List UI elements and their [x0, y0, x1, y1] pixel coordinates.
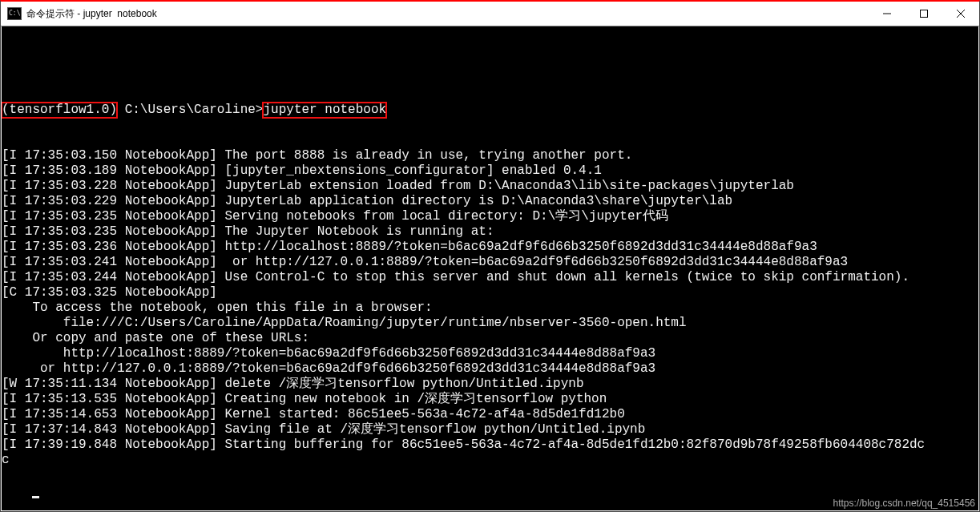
log-line: or http://127.0.0.1:8889/?token=b6ac69a2… — [2, 361, 978, 377]
log-line: [I 17:35:03.241 NotebookApp] or http://1… — [2, 255, 978, 270]
watermark: https://blog.csdn.net/qq_4515456 — [833, 498, 975, 509]
maximize-button[interactable] — [905, 2, 942, 26]
close-button[interactable] — [942, 2, 979, 26]
window-frame: 命令提示符 - jupyter notebook (tensorflow1.0)… — [0, 0, 980, 512]
path-prompt: C:\Users\Caroline> — [117, 103, 263, 118]
minimize-button[interactable] — [869, 2, 905, 26]
cmd-icon — [7, 7, 22, 20]
log-line: To access the notebook, open this file i… — [2, 300, 978, 316]
log-line: [I 17:39:19.848 NotebookApp] Starting bu… — [2, 437, 978, 453]
cursor — [32, 496, 39, 498]
titlebar[interactable]: 命令提示符 - jupyter notebook — [1, 2, 979, 26]
terminal-area[interactable]: (tensorflow1.0) C:\Users\Caroline>jupyte… — [2, 26, 978, 510]
env-badge: (tensorflow1.0) — [2, 103, 117, 118]
log-line: [I 17:35:03.235 NotebookApp] The Jupyter… — [2, 224, 978, 240]
prompt-line: (tensorflow1.0) C:\Users\Caroline>jupyte… — [2, 103, 978, 118]
log-line: [I 17:35:03.150 NotebookApp] The port 88… — [2, 148, 978, 163]
log-line: [I 17:35:03.229 NotebookApp] JupyterLab … — [2, 194, 978, 209]
log-line: [I 17:35:03.236 NotebookApp] http://loca… — [2, 240, 978, 255]
log-line: [I 17:37:14.843 NotebookApp] Saving file… — [2, 422, 978, 437]
blank-line — [2, 57, 978, 72]
svg-rect-1 — [921, 10, 928, 18]
command-input: jupyter notebook — [263, 103, 386, 118]
log-line: [I 17:35:03.228 NotebookApp] JupyterLab … — [2, 179, 978, 194]
log-line: [W 17:35:11.134 NotebookApp] delete /深度学… — [2, 377, 978, 392]
log-line: [I 17:35:03.244 NotebookApp] Use Control… — [2, 270, 978, 285]
log-line: http://localhost:8889/?token=b6ac69a2df9… — [2, 346, 978, 361]
log-line: [C 17:35:03.325 NotebookApp] — [2, 285, 978, 300]
log-line: [I 17:35:03.189 NotebookApp] [jupyter_nb… — [2, 163, 978, 179]
log-line: c — [2, 453, 978, 468]
log-line: [I 17:35:03.235 NotebookApp] Serving not… — [2, 209, 978, 224]
log-line: Or copy and paste one of these URLs: — [2, 331, 978, 346]
log-line: file:///C:/Users/Caroline/AppData/Roamin… — [2, 316, 978, 331]
window-title: 命令提示符 - jupyter notebook — [26, 7, 157, 21]
log-line: [I 17:35:14.653 NotebookApp] Kernel star… — [2, 407, 978, 422]
log-line: [I 17:35:13.535 NotebookApp] Creating ne… — [2, 392, 978, 407]
